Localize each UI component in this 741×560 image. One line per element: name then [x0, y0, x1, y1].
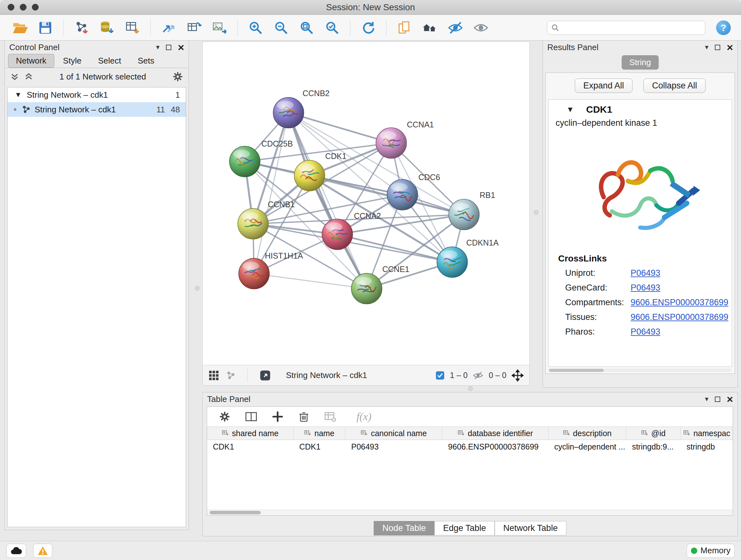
- titlebar: Session: New Session: [0, 0, 741, 15]
- help-button[interactable]: ?: [716, 20, 731, 35]
- navigator-icon[interactable]: [259, 369, 271, 381]
- minimize-window-button[interactable]: [20, 4, 26, 10]
- network-view-share-icon[interactable]: [226, 370, 236, 381]
- import-network-from-database-button[interactable]: [98, 18, 116, 37]
- delete-column-trash-icon[interactable]: [298, 411, 310, 423]
- crosslink-uniprot-link[interactable]: P06493: [630, 268, 660, 278]
- column-header-canonical-name[interactable]: canonical name: [345, 427, 442, 440]
- table-arrow-icon: [186, 20, 202, 36]
- add-column-plus-icon[interactable]: [272, 411, 284, 423]
- section-collapse-triangle-icon[interactable]: ▼: [566, 105, 574, 114]
- crosslink-genecard-link[interactable]: P06493: [630, 283, 660, 293]
- column-header-namespace[interactable]: namespac: [681, 427, 733, 440]
- tab-network[interactable]: Network: [8, 54, 54, 68]
- close-panel-icon[interactable]: ×: [178, 42, 184, 53]
- selected-checkbox-icon: [435, 371, 445, 380]
- show-graphics-details-button[interactable]: [472, 18, 490, 37]
- panel-menu-icon[interactable]: ▾: [705, 395, 709, 403]
- string-tab[interactable]: String: [622, 55, 659, 70]
- zoom-fit-content-button[interactable]: [297, 18, 316, 37]
- column-header-id[interactable]: @id: [626, 427, 681, 440]
- close-panel-icon[interactable]: ×: [727, 394, 733, 405]
- tab-sets[interactable]: Sets: [130, 54, 162, 68]
- pan-crosshair-icon[interactable]: [512, 369, 524, 381]
- import-network-from-file-button[interactable]: [72, 18, 91, 37]
- network-from-selection-button[interactable]: [159, 18, 178, 37]
- tab-network-table[interactable]: Network Table: [495, 521, 566, 536]
- copy-pages-button[interactable]: [395, 18, 414, 37]
- tree-expand-triangle-icon[interactable]: ▼: [15, 91, 22, 99]
- zoom-window-button[interactable]: [32, 4, 39, 10]
- panel-menu-icon[interactable]: ▾: [156, 43, 159, 51]
- column-header-database-identifier[interactable]: database identifier: [442, 427, 549, 440]
- import-table-from-file-button[interactable]: [123, 18, 142, 37]
- home-button[interactable]: [421, 18, 439, 37]
- grid-view-icon[interactable]: [208, 370, 219, 381]
- float-panel-icon[interactable]: [166, 45, 172, 50]
- crosslink-pharos-link[interactable]: P06493: [630, 327, 660, 337]
- table-settings-gear-icon[interactable]: [219, 411, 231, 423]
- zoom-out-icon: [273, 20, 289, 36]
- float-panel-icon[interactable]: [715, 45, 720, 50]
- horizontal-splitter-handle[interactable]: [468, 386, 473, 391]
- warning-icon: [37, 546, 48, 556]
- crosslink-compartments-link[interactable]: 9606.ENSP00000378699: [630, 298, 728, 307]
- network-row-selected[interactable]: • String Network – cdk1 11 48: [8, 102, 186, 117]
- crosslink-tissues-link[interactable]: 9606.ENSP00000378699: [630, 312, 728, 322]
- crosslinks-title: CrossLinks: [558, 253, 732, 264]
- table-cell[interactable]: stringdb: [681, 442, 733, 451]
- show-columns-icon[interactable]: [245, 410, 258, 423]
- table-panel-title: Table Panel: [207, 394, 251, 404]
- column-header-shared-name[interactable]: shared name: [207, 427, 293, 440]
- cloud-status-button[interactable]: [6, 544, 26, 558]
- table-cell[interactable]: stringdb:9...: [626, 442, 681, 451]
- export-image-button[interactable]: [210, 18, 229, 37]
- crosslink-label: Compartments:: [565, 298, 630, 307]
- table-cell[interactable]: cyclin–dependent ...: [549, 442, 626, 451]
- panel-menu-icon[interactable]: ▾: [705, 43, 709, 51]
- column-header-name[interactable]: name: [293, 427, 346, 440]
- network-collection-row[interactable]: ▼ String Network – cdk1 1: [8, 87, 186, 102]
- expand-all-icon[interactable]: [24, 72, 33, 81]
- network-canvas[interactable]: CCNB2CCNA1CDC25BCDK1CDC6RB1CCNB1CCNA2CDK…: [203, 42, 529, 365]
- column-header-description[interactable]: description: [549, 427, 626, 440]
- search-field[interactable]: [547, 21, 705, 35]
- collapse-all-icon[interactable]: [10, 72, 19, 81]
- selection-status: 1 of 1 Network selected: [38, 72, 167, 82]
- hide-graphics-details-button[interactable]: [446, 18, 465, 37]
- zoom-out-button[interactable]: [272, 18, 290, 37]
- save-session-button[interactable]: [36, 18, 55, 37]
- clone-network-button[interactable]: [185, 18, 203, 37]
- apply-preferred-layout-button[interactable]: [359, 18, 378, 37]
- table-cell[interactable]: 9606.ENSP00000378699: [442, 442, 549, 451]
- network-node-CCNA1: CCNA1: [376, 120, 434, 159]
- search-input[interactable]: [562, 23, 701, 32]
- tab-edge-table[interactable]: Edge Table: [434, 521, 495, 536]
- vertical-splitter-handle[interactable]: [534, 210, 538, 214]
- zoom-in-button[interactable]: [246, 18, 265, 37]
- table-cell[interactable]: CDK1: [293, 442, 346, 451]
- tab-node-table[interactable]: Node Table: [374, 521, 434, 536]
- hidden-eye-slash-icon: [473, 370, 483, 381]
- expand-all-button[interactable]: Expand All: [575, 78, 633, 93]
- tab-select[interactable]: Select: [90, 54, 129, 68]
- horizontal-scrollbar[interactable]: [207, 509, 733, 515]
- results-scrollbar[interactable]: [549, 369, 731, 372]
- close-panel-icon[interactable]: ×: [727, 42, 733, 53]
- results-panel-header: Results Panel ▾ ×: [543, 41, 738, 54]
- collapse-all-button[interactable]: Collapse All: [643, 78, 705, 93]
- tab-style[interactable]: Style: [55, 54, 89, 68]
- zoom-selected-button[interactable]: [323, 18, 341, 37]
- network-node-CDKN1A: CDKN1A: [437, 238, 499, 277]
- table-cell[interactable]: CDK1: [207, 442, 293, 451]
- vertical-splitter-handle[interactable]: [195, 286, 199, 291]
- gear-icon[interactable]: [172, 71, 184, 82]
- close-window-button[interactable]: [8, 4, 14, 10]
- table-row[interactable]: CDK1 CDK1 P06493 9606.ENSP00000378699 cy…: [207, 440, 733, 453]
- warnings-button[interactable]: [33, 544, 52, 558]
- float-panel-icon[interactable]: [715, 396, 720, 402]
- table-cell[interactable]: P06493: [345, 442, 442, 451]
- memory-button[interactable]: Memory: [687, 544, 735, 558]
- protein-section-header[interactable]: ▼ CDK1: [549, 100, 732, 116]
- open-session-button[interactable]: [10, 18, 29, 37]
